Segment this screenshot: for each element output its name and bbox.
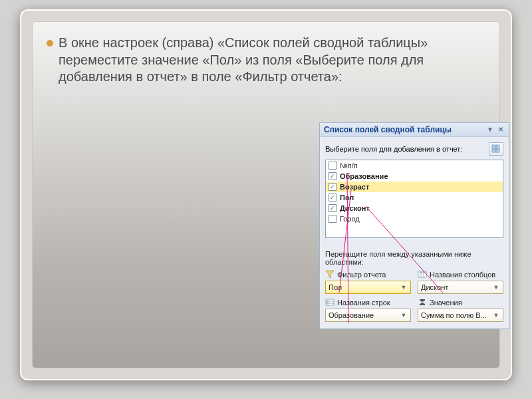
drop-zones: Фильтр отчета Пол ▼: [320, 270, 509, 329]
close-icon[interactable]: ✕: [497, 126, 505, 134]
field-item[interactable]: ✓Возраст: [326, 182, 503, 192]
dropdown-icon[interactable]: ▼: [486, 126, 494, 134]
funnel-icon: [325, 270, 334, 279]
svg-rect-0: [492, 145, 495, 148]
zone-values-item[interactable]: Сумма по полю В... ▼: [418, 309, 503, 322]
svg-rect-3: [496, 149, 499, 152]
zone-report-filter-item[interactable]: Пол ▼: [325, 281, 411, 294]
field-label: Город: [340, 215, 360, 223]
field-label: Образование: [340, 172, 388, 180]
checkbox[interactable]: ✓: [329, 204, 336, 212]
zone-report-filter-value: Пол: [329, 283, 400, 291]
pane-title-bar: Список полей сводной таблицы ▼ ✕: [320, 123, 509, 137]
checkbox[interactable]: ✓: [329, 194, 336, 201]
zone-row-labels-title: Названия строк: [337, 299, 390, 307]
drag-instruction: Перетащите поля между указанными ниже об…: [320, 238, 509, 270]
columns-icon: [418, 270, 427, 279]
chevron-down-icon[interactable]: ▼: [400, 312, 408, 319]
choose-fields-label: Выберите поля для добавления в отчет:: [325, 145, 489, 153]
field-label: Пол: [340, 194, 354, 201]
pane-title: Список полей сводной таблицы: [324, 125, 452, 134]
zone-values-title: Значения: [430, 299, 462, 307]
zone-values: Значения Сумма по полю В... ▼: [418, 298, 503, 322]
zone-column-labels-value: Дисконт: [421, 283, 492, 291]
field-item[interactable]: Город: [326, 213, 503, 224]
sigma-icon: [418, 298, 427, 307]
field-item[interactable]: №п/п: [326, 160, 503, 171]
chevron-down-icon[interactable]: ▼: [492, 284, 500, 291]
zone-row-labels-value: Образование: [329, 311, 400, 319]
field-list[interactable]: №п/п✓Образование✓Возраст✓Пол✓ДисконтГоро…: [325, 160, 503, 238]
field-label: №п/п: [340, 162, 358, 170]
field-label: Дисконт: [340, 204, 370, 212]
layout-options-button[interactable]: [489, 142, 503, 156]
zone-report-filter-title: Фильтр отчета: [337, 271, 386, 279]
zone-column-labels: Названия столбцов Дисконт ▼: [418, 270, 503, 294]
zone-row-labels-item[interactable]: Образование ▼: [325, 309, 411, 322]
layout-icon: [491, 144, 501, 154]
chevron-down-icon[interactable]: ▼: [492, 312, 500, 319]
svg-rect-9: [326, 299, 329, 305]
zone-column-labels-title: Названия столбцов: [430, 271, 495, 279]
chevron-down-icon[interactable]: ▼: [400, 284, 408, 291]
field-item[interactable]: ✓Пол: [326, 192, 503, 203]
field-item[interactable]: ✓Образование: [326, 171, 503, 182]
bullet-icon: [47, 40, 53, 47]
field-item[interactable]: ✓Дисконт: [326, 203, 503, 213]
zone-report-filter: Фильтр отчета Пол ▼: [325, 270, 411, 294]
checkbox[interactable]: [329, 162, 336, 170]
pivot-field-list-pane: Список полей сводной таблицы ▼ ✕ Выберит…: [319, 122, 509, 329]
zone-row-labels: Названия строк Образование ▼: [325, 298, 411, 322]
instruction-text: В окне настроек (справа) «Список полей с…: [59, 35, 484, 86]
svg-rect-5: [418, 271, 426, 273]
svg-rect-1: [496, 145, 499, 148]
svg-rect-2: [492, 149, 495, 152]
checkbox[interactable]: ✓: [329, 183, 336, 191]
bullet-block: В окне настроек (справа) «Список полей с…: [47, 35, 485, 86]
zone-values-value: Сумма по полю В...: [421, 311, 492, 319]
choose-fields-row: Выберите поля для добавления в отчет:: [320, 137, 509, 160]
slide-frame: В окне настроек (справа) «Список полей с…: [20, 9, 512, 380]
checkbox[interactable]: [329, 215, 336, 223]
slide-panel: В окне настроек (справа) «Список полей с…: [32, 21, 500, 368]
field-label: Возраст: [340, 183, 369, 191]
zone-column-labels-item[interactable]: Дисконт ▼: [418, 281, 503, 294]
checkbox[interactable]: ✓: [329, 172, 336, 180]
rows-icon: [325, 298, 334, 307]
